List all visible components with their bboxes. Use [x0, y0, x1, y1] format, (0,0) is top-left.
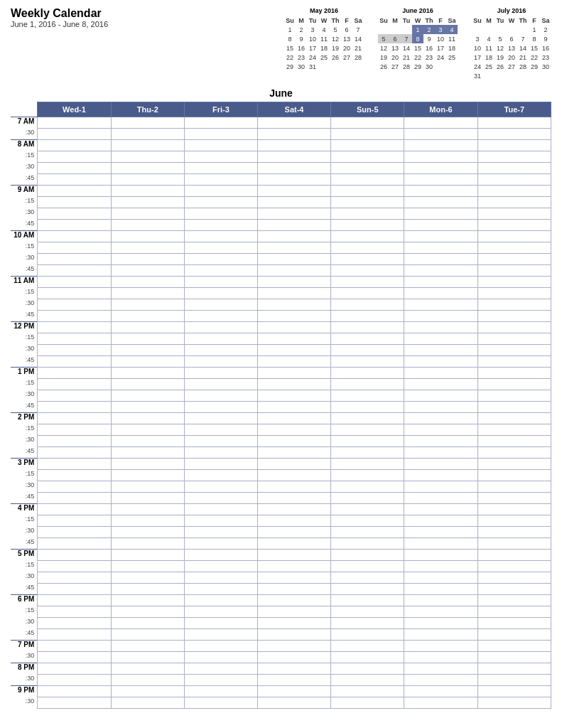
calendar-cell[interactable]: [111, 481, 184, 493]
calendar-cell[interactable]: [111, 288, 184, 299]
calendar-cell[interactable]: [111, 333, 184, 345]
calendar-cell[interactable]: [184, 436, 257, 447]
calendar-cell[interactable]: [257, 368, 330, 379]
calendar-cell[interactable]: [111, 186, 184, 197]
calendar-cell[interactable]: [477, 572, 551, 584]
calendar-cell[interactable]: [184, 231, 257, 242]
calendar-cell[interactable]: [184, 356, 257, 368]
calendar-cell[interactable]: [38, 459, 111, 470]
calendar-cell[interactable]: [111, 618, 184, 629]
calendar-cell[interactable]: [111, 277, 184, 288]
calendar-cell[interactable]: [38, 424, 111, 436]
calendar-cell[interactable]: [184, 402, 257, 413]
calendar-cell[interactable]: [477, 663, 551, 675]
calendar-cell[interactable]: [38, 208, 111, 220]
calendar-cell[interactable]: [184, 413, 257, 424]
calendar-cell[interactable]: [184, 424, 257, 436]
calendar-cell[interactable]: [404, 333, 477, 345]
calendar-cell[interactable]: [111, 231, 184, 242]
calendar-cell[interactable]: [331, 151, 404, 163]
calendar-cell[interactable]: [404, 436, 477, 447]
calendar-cell[interactable]: [184, 265, 257, 277]
calendar-cell[interactable]: [477, 208, 551, 220]
calendar-cell[interactable]: [38, 129, 111, 140]
calendar-cell[interactable]: [331, 174, 404, 186]
calendar-cell[interactable]: [331, 345, 404, 356]
calendar-cell[interactable]: [404, 242, 477, 254]
calendar-cell[interactable]: [331, 550, 404, 561]
calendar-cell[interactable]: [184, 561, 257, 572]
calendar-cell[interactable]: [331, 561, 404, 572]
calendar-cell[interactable]: [257, 163, 330, 174]
calendar-cell[interactable]: [331, 402, 404, 413]
calendar-cell[interactable]: [404, 652, 477, 663]
calendar-cell[interactable]: [404, 254, 477, 265]
calendar-cell[interactable]: [257, 618, 330, 629]
calendar-cell[interactable]: [38, 356, 111, 368]
calendar-cell[interactable]: [477, 163, 551, 174]
calendar-cell[interactable]: [331, 163, 404, 174]
calendar-cell[interactable]: [477, 470, 551, 481]
calendar-cell[interactable]: [184, 663, 257, 675]
calendar-cell[interactable]: [404, 550, 477, 561]
calendar-cell[interactable]: [331, 515, 404, 527]
calendar-cell[interactable]: [404, 493, 477, 504]
calendar-cell[interactable]: [257, 652, 330, 663]
calendar-cell[interactable]: [477, 242, 551, 254]
calendar-cell[interactable]: [38, 504, 111, 515]
calendar-cell[interactable]: [477, 595, 551, 606]
calendar-cell[interactable]: [38, 265, 111, 277]
calendar-cell[interactable]: [477, 197, 551, 208]
calendar-cell[interactable]: [331, 606, 404, 618]
calendar-cell[interactable]: [257, 595, 330, 606]
calendar-cell[interactable]: [111, 174, 184, 186]
calendar-cell[interactable]: [111, 368, 184, 379]
calendar-cell[interactable]: [257, 345, 330, 356]
calendar-cell[interactable]: [477, 311, 551, 322]
calendar-cell[interactable]: [331, 265, 404, 277]
calendar-cell[interactable]: [477, 186, 551, 197]
calendar-cell[interactable]: [404, 220, 477, 231]
calendar-cell[interactable]: [111, 345, 184, 356]
calendar-cell[interactable]: [404, 345, 477, 356]
calendar-cell[interactable]: [404, 481, 477, 493]
calendar-cell[interactable]: [257, 584, 330, 595]
calendar-cell[interactable]: [38, 311, 111, 322]
calendar-cell[interactable]: [331, 368, 404, 379]
calendar-cell[interactable]: [184, 641, 257, 652]
calendar-cell[interactable]: [477, 697, 551, 709]
calendar-cell[interactable]: [38, 641, 111, 652]
calendar-cell[interactable]: [38, 345, 111, 356]
calendar-cell[interactable]: [331, 197, 404, 208]
calendar-cell[interactable]: [477, 515, 551, 527]
calendar-cell[interactable]: [477, 436, 551, 447]
calendar-cell[interactable]: [331, 288, 404, 299]
calendar-cell[interactable]: [111, 379, 184, 390]
calendar-cell[interactable]: [38, 288, 111, 299]
calendar-cell[interactable]: [331, 379, 404, 390]
calendar-cell[interactable]: [184, 208, 257, 220]
calendar-cell[interactable]: [184, 288, 257, 299]
calendar-cell[interactable]: [111, 663, 184, 675]
calendar-cell[interactable]: [111, 140, 184, 151]
calendar-cell[interactable]: [184, 584, 257, 595]
calendar-cell[interactable]: [184, 163, 257, 174]
calendar-cell[interactable]: [257, 129, 330, 140]
calendar-cell[interactable]: [184, 572, 257, 584]
calendar-cell[interactable]: [477, 322, 551, 333]
calendar-cell[interactable]: [331, 356, 404, 368]
calendar-cell[interactable]: [257, 424, 330, 436]
calendar-cell[interactable]: [331, 311, 404, 322]
calendar-cell[interactable]: [184, 481, 257, 493]
calendar-cell[interactable]: [331, 436, 404, 447]
calendar-cell[interactable]: [477, 140, 551, 151]
calendar-cell[interactable]: [38, 197, 111, 208]
calendar-cell[interactable]: [404, 527, 477, 538]
calendar-cell[interactable]: [111, 652, 184, 663]
calendar-cell[interactable]: [331, 675, 404, 686]
calendar-cell[interactable]: [331, 299, 404, 311]
calendar-cell[interactable]: [184, 186, 257, 197]
calendar-cell[interactable]: [184, 117, 257, 129]
calendar-cell[interactable]: [38, 606, 111, 618]
calendar-cell[interactable]: [184, 277, 257, 288]
